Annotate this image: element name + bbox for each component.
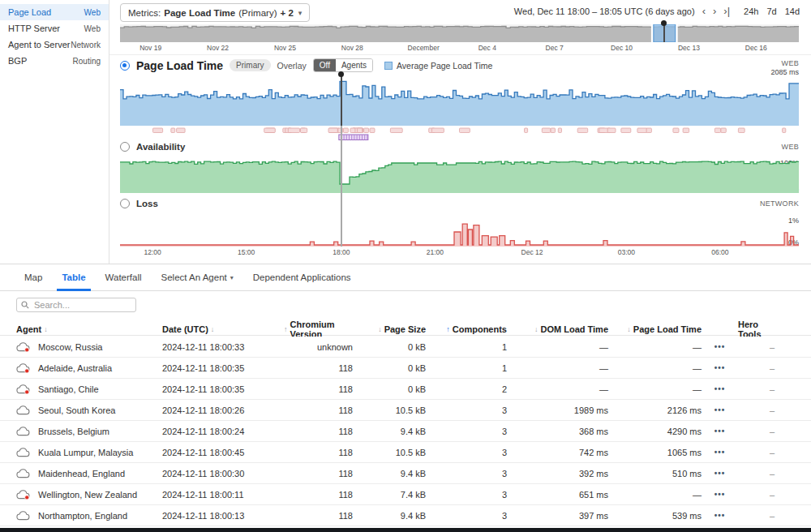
sidebar-item-label: HTTP Server (8, 24, 60, 33)
row-menu-button[interactable]: ••• (702, 405, 738, 414)
column-header-date-utc[interactable]: Date (UTC)↓ (146, 324, 284, 334)
chromium-version-cell: 118 (284, 405, 353, 415)
sidebar-item-http-server[interactable]: HTTP ServerWeb (0, 20, 109, 36)
overview-date-label: December (408, 44, 440, 52)
row-menu-button[interactable]: ••• (702, 384, 738, 393)
row-menu-button[interactable]: ••• (702, 469, 738, 478)
loss-title: Loss (136, 199, 158, 208)
overlay-toggle-agents[interactable]: Agents (336, 59, 372, 71)
overview-timeline-chart[interactable] (120, 24, 799, 42)
chromium-version-cell: 118 (284, 490, 353, 500)
loss-chart[interactable] (120, 212, 799, 247)
table-row-kuala-lumpur-malaysia[interactable]: Kuala Lumpur, Malaysia2024-12-11 18:00:4… (0, 442, 811, 463)
loss-header: Loss (120, 199, 158, 208)
table-row-brussels-belgium[interactable]: Brussels, Belgium2024-12-11 18:00:241189… (0, 421, 811, 442)
tab-table[interactable]: Table (62, 264, 85, 290)
tab-dependent-applications[interactable]: Dependent Applications (253, 264, 351, 290)
hero-tools-cell: – (738, 384, 795, 394)
agent-cloud-error-icon (16, 342, 30, 352)
sidebar-item-bgp[interactable]: BGPRouting (0, 53, 109, 69)
tab-label: Table (62, 272, 85, 282)
prev-icon[interactable]: ‹ (702, 6, 706, 16)
metrics-extra: + 2 (281, 8, 294, 18)
loss-chart-wrap[interactable] (120, 212, 799, 247)
search-input[interactable] (32, 299, 131, 311)
plt-layer-label: WEB (782, 59, 799, 67)
dom-load-time-cell: — (507, 342, 608, 352)
tab-waterfall[interactable]: Waterfall (105, 264, 142, 290)
column-header-components[interactable]: ↑Components (426, 324, 507, 334)
dom-load-time-cell: 651 ms (507, 490, 608, 500)
plt-ymax-label: 2085 ms (770, 68, 799, 76)
time-axis-label: 03:00 (618, 248, 635, 256)
page-load-time-cell: 4290 ms (608, 427, 702, 436)
latest-icon[interactable]: ›| (723, 6, 730, 16)
date-cell: 2024-12-11 18:00:26 (146, 405, 284, 415)
loss-radio[interactable] (120, 199, 130, 208)
availability-chart-wrap[interactable] (120, 157, 799, 193)
time-range-label: Wed, Dec 11 18:00 – 18:05 UTC (6 days ag… (514, 6, 695, 16)
hero-tools-cell: – (738, 427, 795, 436)
preset-24h[interactable]: 24h (744, 6, 758, 16)
availability-title: Availability (136, 142, 185, 152)
hero-tools-cell: – (738, 448, 795, 457)
preset-7d[interactable]: 7d (766, 6, 776, 16)
sort-up-icon: ↑ (446, 325, 450, 333)
page-load-chart[interactable] (120, 77, 799, 126)
row-menu-button[interactable]: ••• (702, 427, 738, 435)
components-cell: 3 (426, 469, 507, 478)
overview-timeline[interactable] (120, 24, 799, 42)
table-row-santiago-chile[interactable]: Santiago, Chile2024-12-11 18:00:351180 k… (0, 379, 811, 400)
sidebar-item-page-load[interactable]: Page LoadWeb (0, 4, 109, 20)
availability-chart[interactable] (120, 157, 799, 193)
column-header-agent[interactable]: Agent↓ (16, 324, 146, 334)
column-header-label: DOM Load Time (540, 324, 608, 334)
table-row-wellington-new-zealand[interactable]: Wellington, New Zealand2024-12-11 18:00:… (0, 484, 811, 505)
row-menu-button[interactable]: ••• (702, 448, 738, 457)
table-row-adelaide-australia[interactable]: Adelaide, Australia2024-12-11 18:00:3511… (0, 358, 811, 379)
tab-map[interactable]: Map (24, 264, 42, 290)
overlay-toggle-off[interactable]: Off (314, 59, 336, 71)
row-menu-button[interactable]: ••• (702, 490, 738, 499)
bottom-window-edge (0, 528, 811, 532)
agent-cell: Seoul, South Korea (16, 405, 146, 415)
legend-label: Average Page Load Time (397, 61, 492, 71)
metrics-prefix: Metrics: (128, 8, 161, 18)
column-header-dom-load-time[interactable]: ↓DOM Load Time (507, 324, 608, 334)
page-load-time-radio[interactable] (120, 61, 130, 71)
page-load-chart-wrap[interactable] (120, 77, 799, 126)
next-icon[interactable]: › (713, 6, 716, 16)
table-row-moscow-russia[interactable]: Moscow, Russia2024-12-11 18:00:33unknown… (0, 337, 811, 358)
tab-select-an-agent[interactable]: Select An Agent▾ (161, 264, 234, 290)
agent-name: Seoul, South Korea (38, 405, 115, 415)
agent-cloud-icon (16, 511, 30, 521)
row-menu-button[interactable]: ••• (702, 363, 738, 372)
sort-down-icon: ↓ (534, 325, 539, 333)
column-header-page-load-time[interactable]: ↓Page Load Time (608, 324, 702, 334)
sidebar-item-agent-to-server[interactable]: Agent to ServerNetwork (0, 36, 109, 53)
chromium-version-cell: 118 (284, 448, 353, 457)
selected-round-strip[interactable] (120, 134, 799, 141)
table-row-northampton-england[interactable]: Northampton, England2024-12-11 18:00:131… (0, 505, 811, 526)
time-axis-label: 15:00 (238, 248, 255, 256)
page-load-time-cell: — (608, 342, 702, 352)
agent-name: Maidenhead, England (38, 469, 125, 478)
error-markers-wrap (120, 127, 799, 134)
error-markers-strip[interactable] (120, 127, 799, 134)
page-load-time-cell: — (608, 384, 702, 394)
range-presets: 24h7d14d (744, 6, 800, 16)
table-row-maidenhead-england[interactable]: Maidenhead, England2024-12-11 18:00:3011… (0, 463, 811, 484)
preset-14d[interactable]: 14d (785, 6, 800, 16)
availability-radio[interactable] (120, 142, 130, 152)
column-header-page-size[interactable]: ↓Page Size (353, 324, 426, 334)
row-menu-button[interactable]: ••• (702, 342, 738, 351)
metrics-dropdown-button[interactable]: Metrics: Page Load Time (Primary) + 2 ▾ (120, 3, 310, 22)
agent-cell: Moscow, Russia (16, 342, 146, 352)
timeline-nav: ‹››| (702, 6, 730, 16)
page-load-time-cell: 539 ms (608, 511, 702, 521)
time-controls: Wed, Dec 11 18:00 – 18:05 UTC (6 days ag… (514, 6, 800, 16)
table-row-seoul-south-korea[interactable]: Seoul, South Korea2024-12-11 18:00:26118… (0, 400, 811, 421)
agent-cloud-error-icon (16, 490, 30, 500)
row-menu-button[interactable]: ••• (702, 511, 738, 520)
date-cell: 2024-12-11 18:00:13 (146, 511, 284, 521)
